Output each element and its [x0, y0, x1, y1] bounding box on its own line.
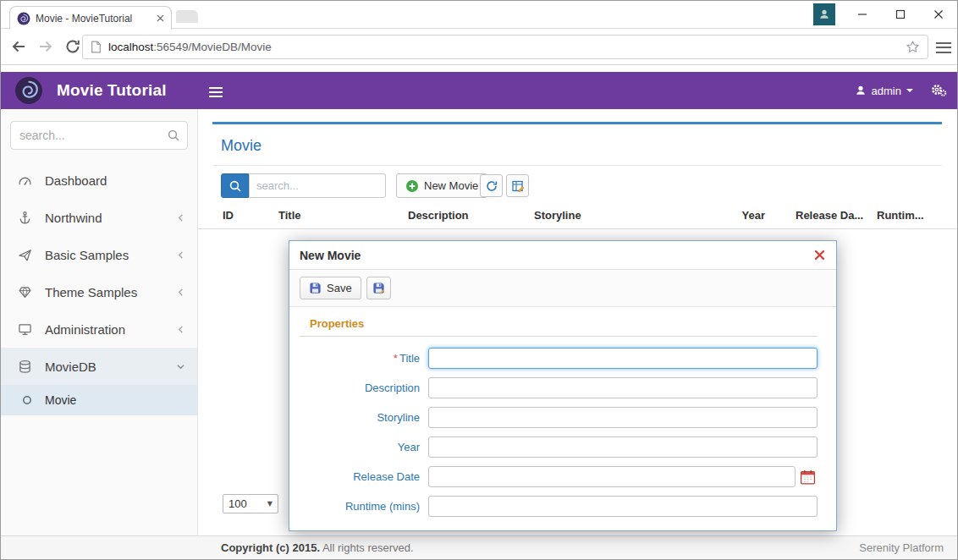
year-input[interactable] [428, 436, 818, 458]
release-date-input[interactable] [428, 466, 796, 487]
form-row: Description [300, 377, 818, 398]
field-label-runtime: Runtime (mins) [300, 500, 428, 513]
dialog-close-button[interactable] [813, 249, 826, 261]
browser-titlebar: Movie - MovieTutorial [1, 1, 957, 29]
column-header-description[interactable]: Description [408, 209, 469, 222]
sidebar-item-theme-samples[interactable]: Theme Samples [1, 273, 197, 310]
address-bar[interactable]: localhost:56549/MovieDB/Movie [82, 35, 928, 59]
field-label-title: *Title [300, 352, 428, 365]
settings-button[interactable] [931, 83, 947, 101]
form-row: Storyline [300, 407, 818, 428]
window-minimize-button[interactable] [843, 1, 881, 28]
tab-close-icon[interactable] [157, 14, 164, 22]
reload-button[interactable] [63, 37, 82, 56]
column-header-storyline[interactable]: Storyline [534, 209, 581, 222]
add-icon [405, 179, 419, 193]
save-button-label: Save [327, 282, 352, 294]
forward-button[interactable] [36, 37, 55, 56]
dialog-header[interactable]: New Movie [289, 241, 836, 270]
close-icon [933, 9, 944, 19]
description-input[interactable] [428, 377, 818, 398]
title-divider [212, 165, 942, 166]
user-name: admin [872, 85, 901, 97]
save-icon [309, 282, 322, 294]
desktop-icon [18, 322, 36, 337]
chevron-left-icon [176, 250, 185, 260]
sidebar-item-dashboard[interactable]: Dashboard [1, 162, 197, 199]
page-size-select[interactable]: 100 ▼ [223, 494, 278, 513]
anchor-icon [18, 211, 36, 225]
back-button[interactable] [9, 37, 28, 56]
sidebar-item-administration[interactable]: Administration [1, 310, 197, 348]
title-input[interactable] [428, 348, 818, 369]
chevron-down-icon [906, 89, 913, 92]
grid-search-input[interactable] [249, 173, 386, 198]
minimize-icon [857, 9, 867, 19]
form-row: Year [300, 436, 818, 458]
gears-icon [931, 83, 947, 97]
chevron-left-icon [176, 213, 185, 222]
database-icon [18, 360, 36, 374]
diamond-icon [18, 285, 36, 299]
save-button[interactable]: Save [300, 277, 361, 299]
content-accent-line [212, 122, 942, 124]
new-movie-button[interactable]: New Movie [396, 173, 487, 198]
storyline-input[interactable] [428, 407, 818, 428]
browser-menu-button[interactable] [936, 39, 951, 56]
app-brand: MovieTutorial [57, 72, 167, 109]
form-row: *Title [300, 348, 818, 369]
dialog-title: New Movie [300, 249, 361, 262]
sidebar-item-basic-samples[interactable]: Basic Samples [1, 236, 197, 273]
column-header-id[interactable]: ID [223, 209, 234, 222]
chevron-left-icon [176, 288, 185, 297]
column-header-release-date[interactable]: Release Da... [796, 209, 863, 222]
circle-o-icon [21, 394, 38, 406]
refresh-button[interactable] [480, 174, 503, 197]
form-row: Release Date [300, 466, 818, 487]
browser-tab[interactable]: Movie - MovieTutorial [9, 6, 172, 30]
browser-toolbar: localhost:56549/MovieDB/Movie [1, 29, 957, 65]
export-button[interactable] [506, 174, 529, 197]
refresh-icon [485, 179, 498, 193]
window-close-button[interactable] [919, 1, 957, 28]
column-header-runtime[interactable]: Runtim... [877, 209, 924, 222]
sidebar-item-movie[interactable]: Movie [1, 385, 197, 415]
browser-window: Movie - MovieTutorial localhost:56549/Mo… [0, 0, 958, 560]
field-label-storyline: Storyline [300, 411, 428, 424]
search-icon [228, 179, 242, 193]
column-header-title[interactable]: Title [278, 209, 301, 222]
dialog-toolbar: Save [289, 270, 836, 307]
page-size-value: 100 [228, 497, 247, 510]
chevron-down-icon [176, 362, 185, 371]
save-apply-icon [372, 282, 385, 294]
user-icon [855, 85, 867, 96]
app-header: MovieTutorial admin [1, 72, 957, 109]
new-tab-button[interactable] [176, 10, 198, 23]
browser-profile-button[interactable] [813, 3, 835, 25]
field-label-release-date: Release Date [300, 470, 428, 483]
sidebar-subitem-label: Movie [45, 393, 76, 407]
user-menu[interactable]: admin [855, 72, 913, 109]
grid-search-button[interactable] [221, 173, 249, 198]
window-maximize-button[interactable] [881, 1, 919, 28]
sidebar-item-label: Northwind [45, 211, 102, 225]
url-path: :56549/MovieDB/Movie [153, 41, 272, 53]
bookmark-star-icon[interactable] [906, 40, 920, 54]
sidebar-item-northwind[interactable]: Northwind [1, 199, 197, 236]
dropdown-arrow-icon: ▼ [267, 500, 273, 508]
sidebar-search [10, 121, 188, 150]
brand-secondary: Tutorial [107, 81, 167, 100]
sidebar-item-label: Basic Samples [45, 248, 129, 262]
sidebar-toggle-button[interactable] [209, 85, 223, 100]
new-movie-dialog: New Movie Save Properties *Title Descrip… [289, 240, 837, 531]
runtime-input[interactable] [428, 496, 818, 517]
sidebar-search-input[interactable] [10, 121, 188, 150]
apply-changes-button[interactable] [366, 277, 391, 299]
search-icon [167, 129, 180, 145]
maximize-icon [895, 9, 906, 19]
column-header-year[interactable]: Year [693, 209, 765, 222]
close-x-icon [813, 249, 826, 261]
app-logo-icon [14, 76, 43, 108]
sidebar-item-moviedb[interactable]: MovieDB [1, 348, 197, 385]
calendar-button[interactable] [798, 467, 818, 486]
